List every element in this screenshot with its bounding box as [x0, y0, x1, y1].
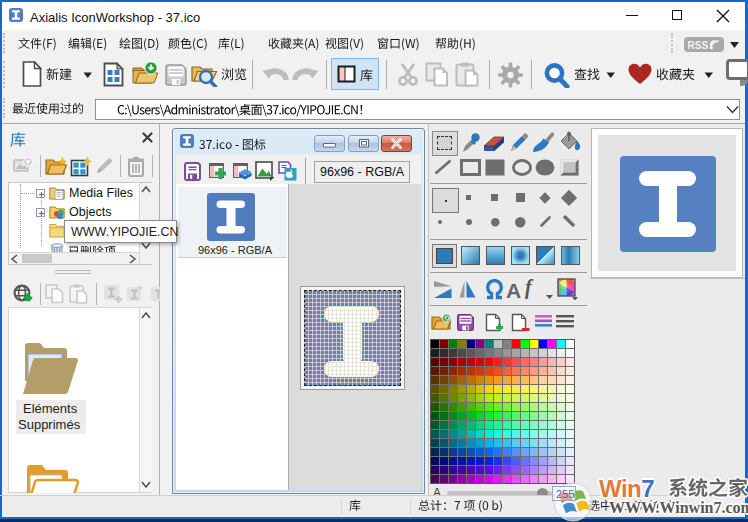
- svg-text:f: f: [525, 276, 534, 299]
- svg-text:RSS: RSS: [688, 40, 709, 51]
